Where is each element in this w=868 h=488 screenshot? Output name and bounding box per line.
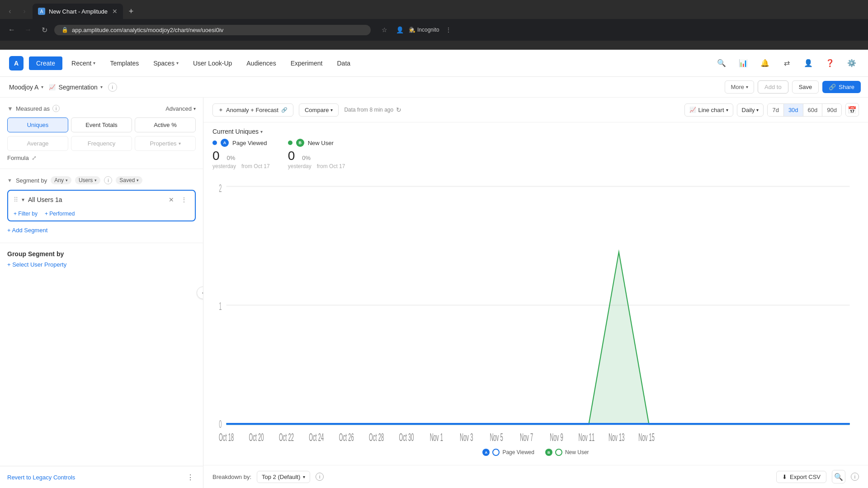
link-icon: 🔗 (829, 84, 836, 90)
add-segment-btn[interactable]: + Add Segment (7, 225, 196, 235)
time-7d-btn[interactable]: 7d (768, 104, 783, 116)
chart-toolbar-left: ✦ Anomaly + Forecast 🔗 Compare ▾ Data fr… (212, 103, 401, 117)
svg-text:Oct 28: Oct 28 (369, 432, 384, 444)
performed-link[interactable]: + Performed (45, 211, 75, 217)
active-tab[interactable]: A New Chart - Amplitude ✕ (33, 4, 123, 19)
saved-pill[interactable]: Saved ▾ (116, 176, 142, 184)
breakdown-select[interactable]: Top 2 (Default) ▾ (257, 471, 310, 483)
bottom-info-icon[interactable]: i (851, 473, 859, 481)
segment-info-icon[interactable]: i (104, 176, 112, 184)
tab-favicon: A (38, 8, 45, 15)
time-90d-btn[interactable]: 90d (822, 104, 841, 116)
more-actions-chevron-icon: ▾ (746, 84, 748, 89)
segment-filters: + Filter by + Performed (14, 209, 189, 217)
svg-text:Oct 20: Oct 20 (249, 432, 264, 444)
measured-as-section: ▼ Measured as i Advanced ▾ Uniques Event… (0, 98, 203, 169)
search-icon-btn[interactable]: 🔍 (714, 56, 729, 70)
create-button[interactable]: Create (29, 56, 62, 70)
users-pill[interactable]: Users ▾ (75, 176, 100, 184)
segment-name-input[interactable] (28, 196, 162, 203)
collapse-measured-as-icon[interactable]: ▼ (7, 105, 13, 112)
help-icon-btn[interactable]: ❓ (823, 56, 837, 70)
workspace-selector[interactable]: Moodjoy A ▾ (9, 84, 43, 91)
workspace-chevron-icon: ▾ (41, 84, 43, 89)
person-icon-btn[interactable]: 👤 (801, 56, 816, 70)
svg-text:Oct 24: Oct 24 (309, 432, 324, 444)
sync-icon-btn[interactable]: ⇄ (779, 56, 794, 70)
nav-spaces[interactable]: Spaces ▾ (148, 56, 184, 70)
measured-as-info-icon[interactable]: i (52, 105, 60, 112)
svg-text:Nov 11: Nov 11 (579, 432, 595, 444)
new-tab-btn[interactable]: + (125, 5, 137, 18)
nav-templates[interactable]: Templates (104, 56, 144, 70)
compare-chevron-icon: ▾ (330, 108, 333, 113)
select-user-property-btn[interactable]: + Select User Property (7, 261, 196, 268)
metric-active-pct-btn[interactable]: Active % (135, 117, 196, 132)
back-btn[interactable]: ‹ (4, 5, 16, 18)
right-panel: ✦ Anomaly + Forecast 🔗 Compare ▾ Data fr… (203, 98, 868, 488)
anomaly-forecast-btn[interactable]: ✦ Anomaly + Forecast 🔗 (212, 103, 293, 117)
svg-text:Nov 15: Nov 15 (638, 432, 655, 444)
reload-btn[interactable]: ↻ (38, 23, 51, 36)
amplitude-logo[interactable]: A (9, 56, 24, 70)
bookmark-star-btn[interactable]: ☆ (378, 23, 391, 36)
chart-type-selector[interactable]: 📈 Segmentation ▾ (49, 84, 102, 91)
refresh-icon[interactable]: ↻ (396, 106, 401, 113)
measured-as-header: ▼ Measured as i Advanced ▾ (7, 105, 196, 112)
nav-data[interactable]: Data (331, 56, 356, 70)
search-chart-btn[interactable]: 🔍 (832, 470, 845, 483)
export-csv-btn[interactable]: ⬇ Export CSV (776, 471, 826, 483)
browser-menu-btn[interactable]: ⋮ (442, 23, 455, 36)
info-icon-btn[interactable]: i (108, 83, 117, 92)
time-granularity-select[interactable]: Daily ▾ (737, 103, 764, 117)
nav-experiment[interactable]: Experiment (285, 56, 328, 70)
page-viewed-yesterday: yesterday (212, 163, 236, 169)
bell-icon-btn[interactable]: 🔔 (758, 56, 772, 70)
segment-more-btn[interactable]: ⋮ (179, 194, 189, 205)
current-uniques-selector[interactable]: Current Uniques ▾ (212, 128, 859, 135)
advanced-link[interactable]: Advanced ▾ (165, 105, 196, 112)
page-viewed-a-badge: A (221, 139, 229, 147)
revert-to-legacy-btn[interactable]: Revert to Legacy Controls (7, 474, 75, 481)
browser-back-btn[interactable]: ← (5, 23, 18, 36)
browser-nav-right: ☆ 👤 🕵️ Incognito ⋮ (378, 23, 455, 36)
browser-forward-btn[interactable]: → (22, 23, 34, 36)
formula-label: Formula ⤢ (7, 155, 37, 161)
metric-average-btn[interactable]: Average (7, 136, 68, 151)
any-chevron-icon: ▾ (66, 178, 68, 183)
calendar-btn[interactable]: 📅 (845, 103, 859, 117)
nav-recent[interactable]: Recent ▾ (66, 56, 101, 70)
metric-properties-btn[interactable]: Properties ▾ (135, 136, 196, 151)
breakdown-info-icon[interactable]: i (316, 473, 324, 481)
compare-btn[interactable]: Compare ▾ (299, 103, 339, 117)
forward-btn[interactable]: › (18, 5, 31, 18)
nav-audiences[interactable]: Audiences (241, 56, 281, 70)
any-pill[interactable]: Any ▾ (51, 176, 71, 184)
metric-frequency-btn[interactable]: Frequency (71, 136, 132, 151)
chart-icon-btn[interactable]: 📊 (736, 56, 750, 70)
metric-event-totals-btn[interactable]: Event Totals (71, 117, 132, 132)
drag-handle-icon[interactable]: ⠿ (14, 196, 18, 203)
tab-close-btn[interactable]: ✕ (112, 8, 118, 15)
new-user-header: B New User (288, 139, 345, 147)
browser-profile-btn[interactable]: 👤 (393, 23, 406, 36)
time-60d-btn[interactable]: 60d (803, 104, 823, 116)
collapse-panel-btn[interactable]: ‹ (197, 286, 203, 299)
settings-icon-btn[interactable]: ⚙️ (844, 56, 859, 70)
chart-type-btn[interactable]: 📈 Line chart ▾ (684, 103, 733, 117)
filter-by-link[interactable]: + Filter by (14, 211, 38, 217)
footer-more-btn[interactable]: ⋮ (185, 472, 196, 483)
more-actions-btn[interactable]: More ▾ (725, 80, 754, 94)
segment-clear-btn[interactable]: ✕ (166, 194, 177, 205)
segment-expand-icon[interactable]: ▾ (22, 197, 24, 203)
nav-user-lookup[interactable]: User Look-Up (188, 56, 237, 70)
share-button[interactable]: 🔗 Share (822, 81, 861, 93)
time-30d-btn[interactable]: 30d (784, 104, 803, 116)
browser-chrome: ‹ › A New Chart - Amplitude ✕ + ← → ↻ 🔒 … (0, 0, 868, 50)
toolbar-left: Moodjoy A ▾ 📈 Segmentation ▾ i (9, 83, 117, 92)
metric-uniques-btn[interactable]: Uniques (7, 117, 68, 132)
address-bar[interactable]: 🔒 app.amplitude.com/analytics/moodjoy2/c… (54, 25, 371, 35)
collapse-segment-icon[interactable]: ▼ (7, 178, 12, 183)
add-to-button[interactable]: Add to (758, 80, 788, 94)
save-button[interactable]: Save (792, 80, 819, 94)
